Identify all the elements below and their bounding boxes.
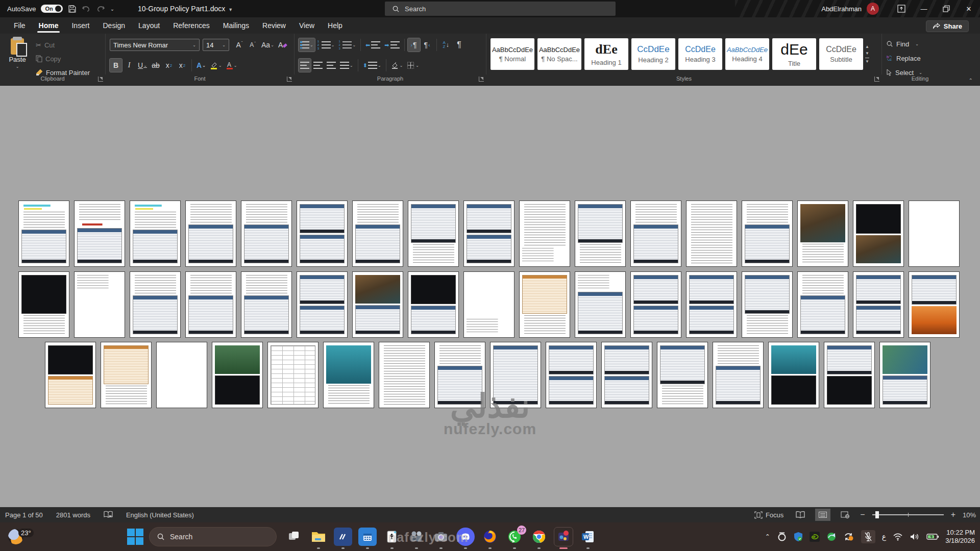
ltr-direction-button[interactable]: ›¶ [408, 38, 420, 52]
web-layout-button[interactable] [838, 509, 853, 521]
page-thumbnail-23[interactable] [297, 272, 347, 337]
page-thumbnail-33[interactable] [853, 272, 903, 337]
page-thumbnail-28[interactable] [575, 272, 625, 337]
page-thumbnail-20[interactable] [130, 272, 180, 337]
page-thumbnail-34[interactable] [909, 272, 959, 337]
rtl-direction-button[interactable]: ¶‹ [421, 38, 433, 52]
screen-recorder-icon[interactable] [554, 528, 573, 546]
nvidia-settings-icon[interactable] [810, 532, 820, 542]
tab-insert[interactable]: Insert [65, 18, 96, 34]
align-left-button[interactable] [299, 59, 311, 72]
title-search-box[interactable]: Search [385, 2, 616, 16]
security-shield-icon[interactable] [794, 532, 803, 542]
paragraph-dialog-launcher[interactable] [479, 77, 484, 82]
styles-dialog-launcher[interactable] [874, 77, 879, 82]
page-thumbnail-27[interactable] [520, 272, 570, 337]
page-thumbnail-26[interactable] [464, 272, 514, 337]
page-thumbnail-13[interactable] [687, 201, 737, 266]
page-thumbnail-16[interactable] [853, 201, 903, 266]
text-effects-button[interactable]: A⌄ [195, 59, 207, 72]
clear-formatting-button[interactable]: A [277, 38, 289, 52]
page-thumbnail-22[interactable] [241, 272, 291, 337]
font-size-combo[interactable]: 14⌄ [203, 39, 229, 51]
tab-view[interactable]: View [292, 18, 321, 34]
page-thumbnail-9[interactable] [464, 201, 514, 266]
page-thumbnail-30[interactable] [687, 272, 737, 337]
minimize-button[interactable]: — [913, 0, 935, 17]
zoom-out-button[interactable]: − [860, 510, 865, 519]
bold-button[interactable]: B [110, 59, 122, 72]
style-card-normal[interactable]: AaBbCcDdEe¶ Normal [491, 38, 534, 70]
restore-button[interactable] [935, 0, 958, 17]
page-thumbnail-25[interactable] [408, 272, 458, 337]
page-thumbnail-10[interactable] [520, 201, 570, 266]
font-color-button[interactable]: A⌄ [225, 59, 239, 72]
subscript-button[interactable]: x2 [163, 59, 175, 72]
zoom-in-button[interactable]: + [951, 510, 955, 519]
tab-home[interactable]: Home [32, 18, 65, 34]
style-card-heading-4[interactable]: AaBbCcDdEeHeading 4 [725, 38, 769, 70]
share-button[interactable]: Share [926, 20, 969, 32]
whatsapp-icon[interactable]: 27 [505, 528, 524, 546]
style-card-heading-2[interactable]: CcDdEeHeading 2 [631, 38, 675, 70]
wifi-icon[interactable] [893, 533, 903, 541]
page-thumbnail-14[interactable] [742, 201, 792, 266]
change-case-button[interactable]: Aa⌄ [260, 38, 276, 52]
read-mode-button[interactable] [793, 509, 808, 521]
page-thumbnail-24[interactable] [353, 272, 403, 337]
find-button[interactable]: Find⌄ [886, 38, 955, 50]
page-thumbnail-2[interactable] [75, 201, 125, 266]
document-canvas[interactable]: نفذلي nufezly.com [0, 86, 980, 507]
task-view-icon[interactable] [285, 528, 303, 546]
page-thumbnail-17[interactable] [909, 201, 959, 266]
page-thumbnail-6[interactable] [297, 201, 347, 266]
page-thumbnail-5[interactable] [241, 201, 291, 266]
media-app-icon[interactable] [334, 528, 352, 546]
focus-button[interactable]: Focus [754, 511, 783, 519]
weather-widget[interactable]: 23° [8, 529, 34, 544]
align-center-button[interactable] [312, 59, 324, 72]
page-thumbnail-18[interactable] [19, 272, 69, 337]
avatar[interactable]: A [867, 3, 879, 15]
tab-design[interactable]: Design [96, 18, 132, 34]
word-icon[interactable]: W [579, 528, 597, 546]
styles-scroll-up-icon[interactable]: ▲ [865, 44, 869, 49]
battery-icon[interactable] [926, 533, 939, 540]
underline-button[interactable]: U⌄ [136, 59, 149, 72]
page-thumbnail-19[interactable] [75, 272, 125, 337]
page-indicator[interactable]: Page 1 of 50 [5, 511, 43, 519]
page-thumbnail-7[interactable] [353, 201, 403, 266]
print-layout-button[interactable] [815, 509, 830, 521]
autosave-toggle[interactable]: On [41, 5, 62, 13]
save-icon[interactable] [68, 5, 77, 13]
font-family-combo[interactable]: Times New Romar⌄ [110, 39, 200, 51]
document-title[interactable]: 10-Group Policy Part1.docx▼ [138, 5, 233, 13]
borders-button[interactable]: ⌄ [405, 59, 421, 72]
quick-access-dropdown-icon[interactable]: ⌄ [110, 6, 114, 12]
clock[interactable]: 10:22 PM 3/18/2026 [945, 529, 975, 545]
styles-gallery-more-icon[interactable]: ▼ [865, 58, 869, 64]
undo-icon[interactable] [82, 5, 91, 13]
page-thumbnail-29[interactable] [631, 272, 681, 337]
page-thumbnail-32[interactable] [798, 272, 848, 337]
page-thumbnail-21[interactable] [186, 272, 236, 337]
tab-references[interactable]: References [166, 18, 216, 34]
highlight-color-button[interactable]: ⌄ [208, 59, 224, 72]
page-thumbnail-8[interactable] [408, 201, 458, 266]
user-name[interactable]: AbdElrahman [821, 5, 862, 13]
align-right-button[interactable] [325, 59, 337, 72]
file-explorer-icon[interactable] [309, 528, 328, 546]
style-card-heading-1[interactable]: dEeHeading 1 [584, 38, 628, 70]
tab-review[interactable]: Review [256, 18, 292, 34]
style-card-no-spac[interactable]: AaBbCcDdEe¶ No Spac... [537, 38, 581, 70]
proofing-errors-icon[interactable] [104, 511, 113, 519]
multilevel-list-button[interactable]: ⌄ [341, 38, 357, 52]
style-card-heading-3[interactable]: CcDdEeHeading 3 [678, 38, 722, 70]
decrease-indent-button[interactable]: ⬅ [364, 38, 382, 52]
cut-button[interactable]: ✂ Cut [36, 39, 90, 51]
styles-scroll-down-icon[interactable]: ▼ [865, 51, 869, 56]
grow-font-button[interactable]: Aˆ [233, 38, 246, 52]
shading-button[interactable]: ⌄ [389, 59, 405, 72]
status-circle-icon[interactable] [777, 532, 787, 542]
calendar-icon[interactable] [358, 528, 377, 546]
